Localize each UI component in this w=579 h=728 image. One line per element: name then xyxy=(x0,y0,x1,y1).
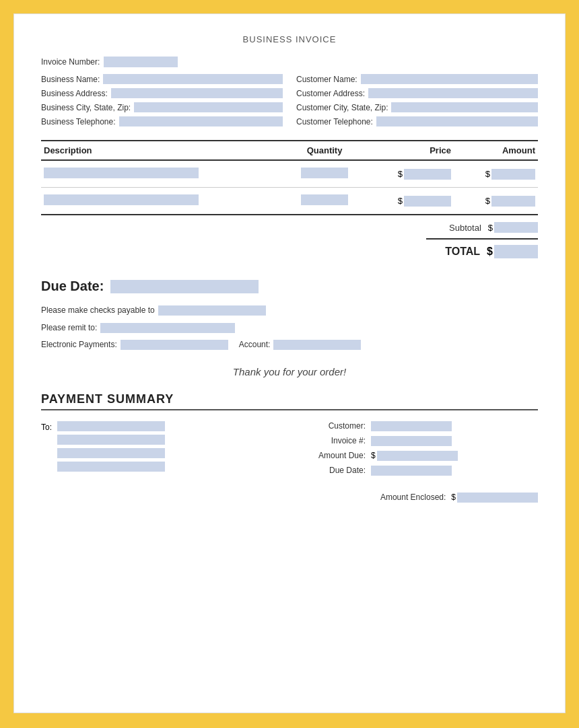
payment-summary-title: PAYMENT SUMMARY xyxy=(41,392,538,410)
summary-customer-label: Customer: xyxy=(292,421,366,431)
total-row: TOTAL $ xyxy=(426,238,538,258)
business-telephone-field[interactable] xyxy=(119,116,283,126)
summary-to-label: To: xyxy=(41,423,52,432)
row2-amount-field[interactable] xyxy=(491,196,535,207)
row1-price-dollar: $ xyxy=(398,169,403,179)
summary-amount-due-row: Amount Due: $ xyxy=(292,451,538,461)
customer-city-row: Customer City, State, Zip: xyxy=(296,102,538,112)
summary-due-date-field[interactable] xyxy=(371,466,452,476)
customer-address-label: Customer Address: xyxy=(296,89,365,98)
row2-qty-cell xyxy=(285,188,365,215)
row2-price-cell: $ xyxy=(364,188,454,215)
payment-info: Please make checks payable to Please rem… xyxy=(41,303,538,353)
invoice-number-row: Invoice Number: xyxy=(41,57,538,67)
row1-price-field[interactable] xyxy=(404,169,451,180)
summary-amount-due-dollar: $ xyxy=(371,451,376,460)
business-city-field[interactable] xyxy=(134,102,283,112)
thank-you-text: Thank you for your order! xyxy=(41,366,538,377)
row1-qty-field[interactable] xyxy=(301,168,348,178)
row2-desc-cell xyxy=(41,188,285,215)
row2-desc-field[interactable] xyxy=(44,194,199,205)
total-field[interactable] xyxy=(494,245,538,258)
summary-due-date-row: Due Date: xyxy=(292,466,538,476)
business-telephone-row: Business Telephone: xyxy=(41,116,283,126)
customer-address-row: Customer Address: xyxy=(296,88,538,98)
row2-amount-cell: $ xyxy=(454,188,538,215)
business-address-row: Business Address: xyxy=(41,88,283,98)
amount-enclosed-field[interactable] xyxy=(457,493,538,503)
customer-address-field[interactable] xyxy=(368,88,538,98)
remit-to-field[interactable] xyxy=(100,323,235,333)
summary-amount-due-label: Amount Due: xyxy=(292,451,366,460)
summary-customer-row: Customer: xyxy=(292,421,538,431)
total-dollar: $ xyxy=(487,246,493,258)
summary-to-fields xyxy=(57,421,165,472)
row1-amount-cell: $ xyxy=(454,160,538,188)
amount-enclosed-label: Amount Enclosed: xyxy=(380,493,446,502)
amount-enclosed-section: Amount Enclosed: $ xyxy=(292,493,538,503)
electronic-payments-label: Electronic Payments: xyxy=(41,338,117,353)
summary-to-row: To: xyxy=(41,421,287,472)
customer-telephone-field[interactable] xyxy=(376,116,538,126)
checks-payable-field[interactable] xyxy=(158,305,266,316)
electronic-payments-row: Electronic Payments: Account: xyxy=(41,338,538,353)
summary-to-field-3[interactable] xyxy=(57,448,165,458)
summary-due-date-label: Due Date: xyxy=(292,466,366,475)
business-city-row: Business City, State, Zip: xyxy=(41,102,283,112)
info-grid: Business Name: Customer Name: Business A… xyxy=(41,74,538,126)
business-name-label: Business Name: xyxy=(41,75,100,84)
row1-amount-field[interactable] xyxy=(491,169,535,180)
account-label: Account: xyxy=(239,338,271,353)
col-header-amount: Amount xyxy=(454,141,538,160)
subtotal-label: Subtotal xyxy=(428,223,481,233)
subtotal-field[interactable] xyxy=(494,222,538,233)
electronic-payments-field[interactable] xyxy=(121,340,228,350)
summary-to-field-4[interactable] xyxy=(57,462,165,472)
account-field[interactable] xyxy=(273,340,361,350)
business-city-label: Business City, State, Zip: xyxy=(41,103,131,112)
business-name-row: Business Name: xyxy=(41,74,283,84)
row1-desc-cell xyxy=(41,160,285,188)
remit-to-row: Please remit to: xyxy=(41,321,538,336)
customer-name-field[interactable] xyxy=(361,74,538,84)
summary-invoice-field[interactable] xyxy=(371,436,452,446)
summary-grid: To: Customer: Invoice #: xyxy=(41,421,538,503)
invoice-number-field[interactable] xyxy=(104,57,178,67)
customer-name-label: Customer Name: xyxy=(296,75,357,84)
row1-amount-dollar: $ xyxy=(485,169,490,179)
summary-amount-due-field[interactable] xyxy=(377,451,458,461)
checks-payable-row: Please make checks payable to xyxy=(41,303,538,318)
row2-qty-field[interactable] xyxy=(301,194,348,205)
table-row: $ $ xyxy=(41,160,538,188)
summary-right: Customer: Invoice #: Amount Due: $ Due D… xyxy=(292,421,538,503)
invoice-page: BUSINESS INVOICE Invoice Number: Busines… xyxy=(13,13,566,713)
row2-price-field[interactable] xyxy=(404,196,451,207)
customer-name-row: Customer Name: xyxy=(296,74,538,84)
row2-price-dollar: $ xyxy=(398,196,403,206)
due-date-row: Due Date: xyxy=(41,279,538,294)
summary-invoice-row: Invoice #: xyxy=(292,436,538,446)
col-header-quantity: Quantity xyxy=(285,141,365,160)
business-address-label: Business Address: xyxy=(41,89,108,98)
invoice-number-label: Invoice Number: xyxy=(41,57,100,67)
customer-telephone-label: Customer Telephone: xyxy=(296,117,373,126)
business-telephone-label: Business Telephone: xyxy=(41,117,116,126)
subtotal-dollar: $ xyxy=(488,223,493,233)
due-date-field[interactable] xyxy=(110,280,259,293)
business-address-field[interactable] xyxy=(111,88,283,98)
totals-section: Subtotal $ TOTAL $ xyxy=(41,222,538,258)
remit-to-label: Please remit to: xyxy=(41,321,97,336)
summary-to-field-2[interactable] xyxy=(57,435,165,445)
customer-city-field[interactable] xyxy=(391,102,538,112)
row2-amount-dollar: $ xyxy=(485,196,490,206)
items-table: Description Quantity Price Amount $ xyxy=(41,140,538,215)
checks-payable-label: Please make checks payable to xyxy=(41,303,155,318)
due-date-section: Due Date: Please make checks payable to … xyxy=(41,279,538,353)
col-header-description: Description xyxy=(41,141,285,160)
business-name-field[interactable] xyxy=(103,74,283,84)
summary-to-field-1[interactable] xyxy=(57,421,165,431)
table-row: $ $ xyxy=(41,188,538,215)
total-label: TOTAL xyxy=(426,246,480,258)
row1-desc-field[interactable] xyxy=(44,168,199,178)
summary-customer-field[interactable] xyxy=(371,421,452,431)
